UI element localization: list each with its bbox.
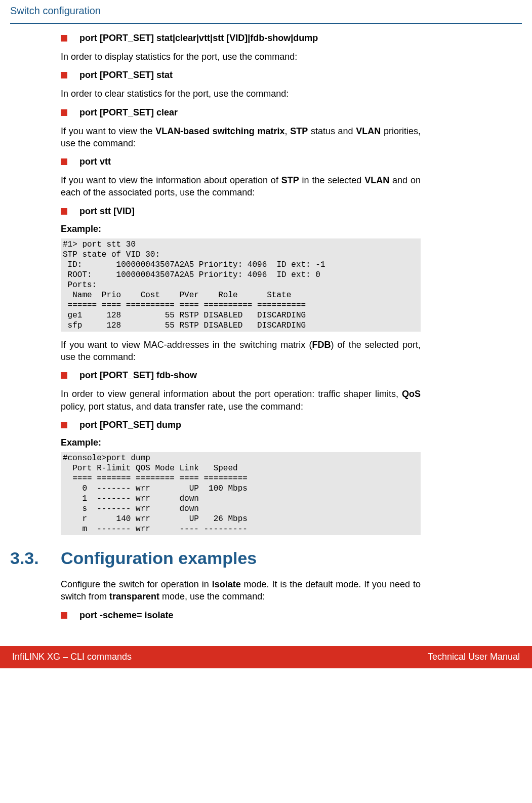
bullet-icon (61, 109, 67, 116)
bullet-icon (61, 372, 67, 379)
bold-term: STP (290, 126, 308, 136)
bullet-icon (61, 158, 67, 165)
bold-term: FDB (312, 340, 331, 350)
text-span: If you want to view the information abou… (61, 175, 281, 185)
text-span: status and (308, 126, 356, 136)
section-heading: 3.3.Configuration examples (61, 548, 421, 568)
code-example: #1> port stt 30 STP state of VID 30: ID:… (61, 238, 421, 332)
command-text: port vtt (79, 156, 111, 167)
footer-left: InfiLINK XG – CLI commands (12, 652, 132, 662)
bold-term: VLAN-based switching matrix (155, 126, 284, 136)
bold-term: QoS (402, 389, 421, 399)
command-text: port stt [VID] (79, 206, 135, 217)
paragraph: In order to display statistics for the p… (61, 51, 421, 63)
paragraph: If you want to view MAC-addresses in the… (61, 339, 421, 364)
bold-term: STP (281, 175, 299, 185)
bold-term: VLAN (364, 175, 389, 185)
text-span: , (285, 126, 291, 136)
section-title: Configuration examples (61, 548, 257, 568)
page-header-title: Switch configuration (10, 5, 522, 23)
bullet-icon (61, 208, 67, 215)
text-span: mode, use the command: (159, 591, 265, 601)
paragraph: In order to view general information abo… (61, 388, 421, 413)
bullet-icon (61, 612, 67, 619)
bullet-icon (61, 35, 67, 42)
example-label: Example: (61, 224, 421, 234)
bold-term: isolate (212, 579, 241, 589)
section-number: 3.3. (10, 548, 61, 568)
text-span: in the selected (299, 175, 364, 185)
bullet-icon (61, 422, 67, 428)
command-text: port [PORT_SET] stat|clear|vtt|stt [VID]… (79, 33, 318, 44)
example-label: Example: (61, 437, 421, 448)
bold-term: transparent (109, 591, 159, 601)
paragraph: In order to clear statistics for the por… (61, 88, 421, 100)
bullet-icon (61, 72, 67, 78)
command-text: port [PORT_SET] fdb-show (79, 370, 197, 381)
text-span: If you want to view the (61, 126, 155, 136)
header-rule (10, 23, 522, 24)
text-span: policy, port status, and data transfer r… (61, 401, 303, 412)
code-example: #console>port dump Port R-limit QOS Mode… (61, 452, 421, 535)
command-text: port [PORT_SET] dump (79, 420, 181, 430)
footer-right: Technical User Manual (428, 652, 520, 662)
command-text: port -scheme= isolate (79, 610, 174, 621)
command-text: port [PORT_SET] stat (79, 70, 173, 81)
command-text: port [PORT_SET] clear (79, 107, 178, 118)
bold-term: VLAN (356, 126, 381, 136)
paragraph: Configure the switch for operation in is… (61, 578, 421, 603)
paragraph: If you want to view the VLAN-based switc… (61, 125, 421, 150)
page-footer: InfiLINK XG – CLI commands Technical Use… (0, 646, 532, 668)
text-span: Configure the switch for operation in (61, 579, 212, 589)
paragraph: If you want to view the information abou… (61, 174, 421, 199)
text-span: If you want to view MAC-addresses in the… (61, 340, 312, 350)
text-span: In order to view general information abo… (61, 389, 402, 399)
